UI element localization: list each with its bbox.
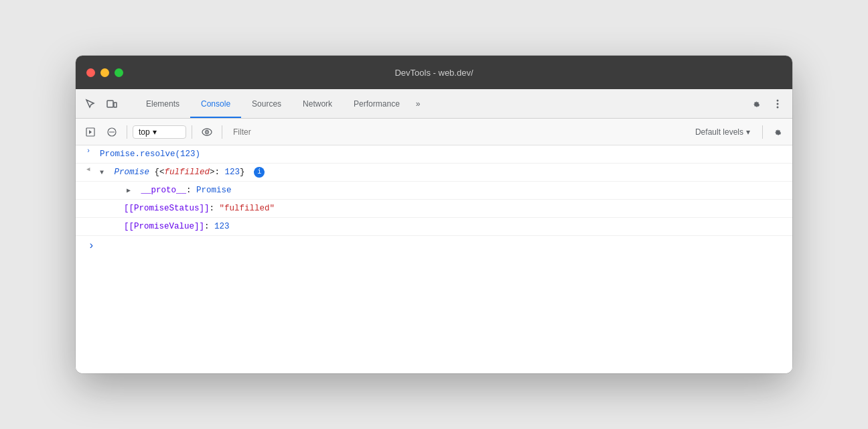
minimize-button[interactable] — [100, 68, 109, 77]
console-cursor-line[interactable]: › — [76, 236, 792, 256]
svg-point-3 — [777, 103, 779, 105]
close-button[interactable] — [86, 68, 95, 77]
console-output-promise: ◀ ▼ Promise {<fulfilled>: 123} i — [76, 164, 792, 182]
tab-sources[interactable]: Sources — [241, 89, 292, 118]
toolbar-divider-1 — [127, 125, 127, 139]
svg-point-4 — [777, 106, 779, 108]
clear-console-button[interactable] — [102, 123, 121, 141]
promise-gt: >: — [210, 168, 225, 177]
console-input[interactable] — [100, 241, 787, 251]
input-chevron[interactable]: › — [86, 147, 94, 155]
title-bar: DevTools - web.dev/ — [76, 56, 792, 89]
proto-value: Promise — [196, 186, 232, 195]
value-colon: : — [204, 222, 214, 231]
toolbar-divider-3 — [222, 125, 222, 139]
value-number: 123 — [214, 222, 230, 231]
tabs-container: Elements Console Sources Network Perform… — [135, 89, 426, 118]
context-selector[interactable]: top ▾ — [133, 125, 186, 139]
status-value: "fulfilled" — [220, 204, 275, 213]
tab-bar-right — [738, 89, 787, 118]
device-toggle-icon[interactable] — [102, 95, 121, 113]
inspect-icon[interactable] — [81, 95, 100, 113]
status-content: [[PromiseStatus]]: "fulfilled" — [100, 202, 787, 215]
maximize-button[interactable] — [115, 68, 123, 77]
cursor-gutter: › — [76, 240, 100, 252]
status-colon: : — [210, 204, 220, 213]
proto-content: ▶ __proto__: Promise — [113, 184, 787, 197]
cursor-chevron: › — [88, 240, 94, 252]
tab-elements[interactable]: Elements — [135, 89, 190, 118]
svg-point-2 — [777, 99, 779, 101]
output-back-chevron[interactable]: ◀ — [86, 166, 94, 173]
devtools-window: DevTools - web.dev/ Elements Conso — [76, 56, 792, 373]
window-title: DevTools - web.dev/ — [394, 68, 473, 78]
promise-status-line: [[PromiseStatus]]: "fulfilled" — [76, 200, 792, 218]
tab-more[interactable]: » — [411, 89, 426, 118]
expand-promise-arrow[interactable]: ▼ — [100, 168, 108, 178]
levels-arrow: ▾ — [746, 127, 750, 137]
value-key: [[PromiseValue]] — [124, 222, 204, 231]
fulfilled-key: fulfilled — [165, 168, 210, 177]
promise-value: 123 — [225, 168, 240, 177]
promise-brace-open: {< — [155, 168, 165, 177]
tab-bar: Elements Console Sources Network Perform… — [76, 89, 792, 119]
more-options-icon[interactable] — [768, 95, 787, 113]
proto-line: ▶ __proto__: Promise — [76, 182, 792, 200]
info-badge[interactable]: i — [254, 167, 265, 178]
proto-colon: : — [186, 186, 196, 195]
tab-console[interactable]: Console — [190, 89, 241, 118]
execute-button[interactable] — [81, 123, 100, 141]
promise-brace-close: } — [240, 168, 245, 177]
console-output: › Promise.resolve(123) ◀ ▼ Promise {<ful… — [76, 145, 792, 373]
promise-label: Promise — [115, 168, 150, 177]
console-input-line: › Promise.resolve(123) — [76, 145, 792, 164]
input-gutter: › — [76, 147, 100, 155]
svg-rect-0 — [107, 101, 113, 107]
expand-proto-arrow[interactable]: ▶ — [127, 186, 135, 196]
context-value: top — [139, 127, 150, 137]
proto-key: __proto__ — [141, 186, 187, 195]
levels-label: Default levels — [695, 127, 743, 137]
tab-bar-left — [81, 89, 130, 118]
context-arrow: ▾ — [153, 127, 157, 137]
traffic-lights — [86, 68, 123, 77]
toolbar-divider-4 — [762, 125, 763, 139]
input-number: 123 — [180, 149, 196, 159]
toolbar-divider-2 — [192, 125, 192, 139]
console-settings-icon[interactable] — [768, 123, 787, 141]
input-text-part2: ) — [196, 149, 201, 159]
input-text-part1: Promise.resolve( — [100, 149, 180, 159]
tab-network[interactable]: Network — [292, 89, 343, 118]
settings-icon[interactable] — [747, 95, 766, 113]
status-key: [[PromiseStatus]] — [124, 204, 210, 213]
tab-performance[interactable]: Performance — [343, 89, 411, 118]
svg-rect-1 — [114, 103, 117, 107]
value-content: [[PromiseValue]]: 123 — [100, 220, 787, 233]
output-gutter: ◀ — [76, 166, 100, 173]
default-levels-button[interactable]: Default levels ▾ — [689, 125, 757, 139]
input-content: Promise.resolve(123) — [100, 147, 787, 161]
output-content: ▼ Promise {<fulfilled>: 123} i — [100, 166, 787, 179]
console-toolbar: top ▾ Default levels ▾ — [76, 119, 792, 145]
svg-point-10 — [206, 131, 208, 133]
eye-icon[interactable] — [198, 123, 216, 141]
promise-value-line: [[PromiseValue]]: 123 — [76, 218, 792, 236]
filter-input[interactable] — [228, 127, 686, 137]
